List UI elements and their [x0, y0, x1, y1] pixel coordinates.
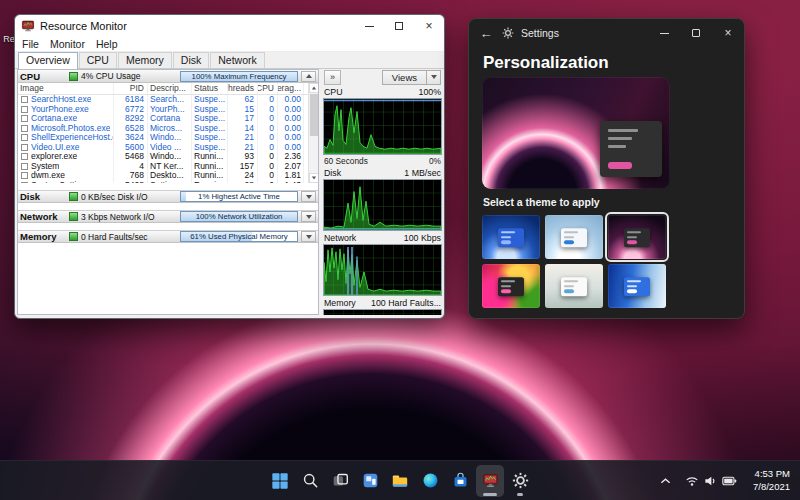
process-row[interactable]: dwm.exe 768 Deskto... Runni... 24 0 1.81: [18, 171, 308, 181]
process-description: Cortana: [148, 114, 192, 124]
process-name: System: [31, 162, 59, 172]
tab-network[interactable]: Network: [210, 52, 265, 68]
resmon-maximize-button[interactable]: [384, 15, 414, 37]
settings-titlebar[interactable]: ← Settings ×: [469, 19, 744, 47]
process-checkbox[interactable]: [21, 163, 28, 170]
process-threads: 93: [228, 152, 258, 162]
search-icon: [302, 472, 319, 489]
memory-section-header[interactable]: Memory 0 Hard Faults/sec 61% Used Physic…: [18, 230, 318, 243]
process-checkbox[interactable]: [21, 144, 28, 151]
theme-tile-3-selected[interactable]: [608, 215, 666, 259]
scrollbar-thumb[interactable]: [310, 94, 318, 136]
process-row[interactable]: Cortana.exe 8292 Cortana Suspe... 17 0 0…: [18, 114, 308, 124]
start-button[interactable]: [266, 465, 294, 497]
theme-tile-1[interactable]: [482, 215, 540, 259]
settings-close-button[interactable]: ×: [712, 19, 744, 47]
taskbar-clock[interactable]: 4:53 PM 7/8/2021: [749, 466, 794, 495]
process-row[interactable]: Video.UI.exe 5600 Video ... Suspe... 21 …: [18, 143, 308, 153]
disk-graph-title: Disk: [324, 168, 341, 178]
process-row[interactable]: explorer.exe 5468 Windo... Runni... 93 0…: [18, 152, 308, 162]
process-checkbox[interactable]: [21, 182, 28, 183]
col-cpu[interactable]: CPU: [258, 83, 278, 94]
theme-window-preview: [498, 277, 524, 296]
search-button[interactable]: [296, 465, 324, 497]
process-row[interactable]: SystemSettings.exe 5408 Settings Runni..…: [18, 181, 308, 184]
cpu-section-header[interactable]: CPU 4% CPU Usage 100% Maximum Frequency: [18, 70, 318, 83]
page-title: Personalization: [483, 53, 744, 73]
col-status[interactable]: Status: [192, 83, 228, 94]
process-row[interactable]: ShellExperienceHost.exe 3624 Windo... Su…: [18, 133, 308, 143]
process-row[interactable]: YourPhone.exe 6772 YourPh... Suspe... 15…: [18, 105, 308, 115]
scroll-up-button[interactable]: [309, 83, 318, 93]
cpu-collapse-button[interactable]: [301, 71, 316, 82]
menu-file[interactable]: File: [22, 38, 39, 50]
process-description: Windo...: [148, 152, 192, 162]
process-table-header[interactable]: Image PID Descrip... Status Threads CPU …: [18, 83, 308, 95]
col-pid[interactable]: PID: [114, 83, 148, 94]
hidden-icons-button[interactable]: [657, 469, 673, 493]
process-checkbox[interactable]: [21, 125, 28, 132]
process-row[interactable]: System 4 NT Ker... Runni... 157 0 2.07: [18, 162, 308, 172]
cpu-graph-title: CPU: [324, 87, 343, 97]
back-button[interactable]: ←: [477, 26, 495, 41]
process-cpu: 0: [258, 133, 278, 143]
menu-monitor[interactable]: Monitor: [50, 38, 85, 50]
edge-button[interactable]: [416, 465, 444, 497]
col-image[interactable]: Image: [18, 83, 114, 94]
network-graph-block: Network 100 Kbps: [323, 233, 442, 296]
memory-green-swatch: [69, 232, 78, 241]
theme-tile-6[interactable]: [608, 264, 666, 308]
resmon-titlebar[interactable]: Resource Monitor ×: [15, 15, 444, 37]
col-description[interactable]: Descrip...: [148, 83, 192, 94]
menu-help[interactable]: Help: [96, 38, 118, 50]
file-explorer-button[interactable]: [386, 465, 414, 497]
settings-maximize-button[interactable]: [680, 19, 712, 47]
network-section-label: Network: [20, 211, 66, 222]
task-view-button[interactable]: [326, 465, 354, 497]
taskbar-settings-button[interactable]: [506, 465, 534, 497]
tab-cpu[interactable]: CPU: [79, 52, 117, 68]
widgets-button[interactable]: [356, 465, 384, 497]
process-checkbox[interactable]: [21, 134, 28, 141]
process-cpu: 0: [258, 181, 278, 184]
process-table-scrollbar[interactable]: [308, 83, 318, 183]
process-row[interactable]: Microsoft.Photos.exe 6528 Micros... Susp…: [18, 124, 308, 134]
process-checkbox[interactable]: [21, 115, 28, 122]
network-green-swatch: [69, 212, 78, 221]
graphs-collapse-button[interactable]: »: [324, 70, 341, 85]
network-expand-button[interactable]: [301, 211, 316, 222]
process-status: Suspe...: [192, 143, 228, 153]
process-pid: 768: [114, 171, 148, 181]
store-button[interactable]: [446, 465, 474, 497]
views-dropdown-arrow[interactable]: [427, 70, 441, 85]
views-button[interactable]: Views: [382, 70, 441, 85]
network-section-header[interactable]: Network 3 Kbps Network I/O 100% Network …: [18, 210, 318, 223]
disk-section-header[interactable]: Disk 0 KB/sec Disk I/O 1% Highest Active…: [18, 190, 318, 203]
system-tray[interactable]: [680, 471, 742, 491]
settings-minimize-button[interactable]: [648, 19, 680, 47]
tab-disk[interactable]: Disk: [173, 52, 209, 68]
theme-tile-4[interactable]: [482, 264, 540, 308]
resmon-close-button[interactable]: ×: [414, 15, 444, 37]
tab-overview[interactable]: Overview: [18, 52, 78, 69]
disk-active-bar: 1% Highest Active Time: [180, 191, 298, 202]
memory-expand-button[interactable]: [301, 231, 316, 242]
taskbar-resource-monitor-button[interactable]: [476, 465, 504, 497]
scroll-down-button[interactable]: [309, 173, 318, 183]
disk-expand-button[interactable]: [301, 191, 316, 202]
process-checkbox[interactable]: [21, 172, 28, 179]
col-threads[interactable]: Threads: [228, 83, 258, 94]
process-row[interactable]: SearchHost.exe 6184 Search... Suspe... 6…: [18, 95, 308, 105]
process-checkbox[interactable]: [21, 96, 28, 103]
process-name: Cortana.exe: [31, 114, 77, 124]
process-checkbox[interactable]: [21, 106, 28, 113]
theme-tile-5[interactable]: [545, 264, 603, 308]
theme-tile-2[interactable]: [545, 215, 603, 259]
col-average[interactable]: Averag...: [278, 83, 304, 94]
resmon-menubar: File Monitor Help: [15, 37, 444, 52]
resmon-minimize-button[interactable]: [354, 15, 384, 37]
process-checkbox[interactable]: [21, 153, 28, 160]
tab-memory[interactable]: Memory: [118, 52, 172, 68]
process-threads: 21: [228, 143, 258, 153]
process-threads: 15: [228, 105, 258, 115]
